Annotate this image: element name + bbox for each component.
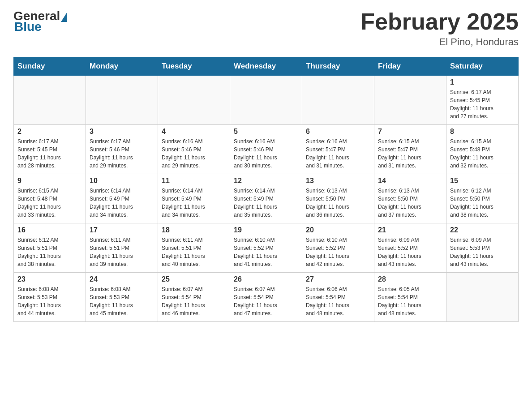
calendar-cell: 25Sunrise: 6:07 AMSunset: 5:54 PMDayligh… xyxy=(158,273,230,322)
calendar-cell: 20Sunrise: 6:10 AMSunset: 5:52 PMDayligh… xyxy=(302,223,374,273)
calendar-cell: 15Sunrise: 6:12 AMSunset: 5:50 PMDayligh… xyxy=(446,174,519,223)
day-info: Sunrise: 6:11 AMSunset: 5:51 PMDaylight:… xyxy=(162,236,226,268)
calendar-cell: 21Sunrise: 6:09 AMSunset: 5:52 PMDayligh… xyxy=(374,223,446,273)
logo-triangle-icon xyxy=(61,12,67,22)
calendar-cell: 23Sunrise: 6:08 AMSunset: 5:53 PMDayligh… xyxy=(14,273,86,322)
calendar-cell: 9Sunrise: 6:15 AMSunset: 5:48 PMDaylight… xyxy=(14,174,86,223)
day-info: Sunrise: 6:12 AMSunset: 5:51 PMDaylight:… xyxy=(17,236,82,268)
day-number: 6 xyxy=(306,128,370,136)
calendar-cell xyxy=(446,273,519,322)
page-title: February 2025 xyxy=(360,9,519,34)
day-number: 14 xyxy=(378,177,442,185)
calendar-cell: 14Sunrise: 6:13 AMSunset: 5:50 PMDayligh… xyxy=(374,174,446,223)
day-info: Sunrise: 6:14 AMSunset: 5:49 PMDaylight:… xyxy=(90,187,154,219)
day-number: 19 xyxy=(234,226,298,234)
day-number: 22 xyxy=(450,226,515,234)
calendar-cell: 22Sunrise: 6:09 AMSunset: 5:53 PMDayligh… xyxy=(446,223,519,273)
day-info: Sunrise: 6:11 AMSunset: 5:51 PMDaylight:… xyxy=(90,236,154,268)
day-number: 8 xyxy=(450,128,515,136)
calendar-cell xyxy=(230,76,302,125)
week-row-2: 2Sunrise: 6:17 AMSunset: 5:45 PMDaylight… xyxy=(14,125,519,174)
day-number: 20 xyxy=(306,226,370,234)
day-number: 5 xyxy=(234,128,298,136)
calendar-cell: 3Sunrise: 6:17 AMSunset: 5:46 PMDaylight… xyxy=(86,125,158,174)
day-info: Sunrise: 6:10 AMSunset: 5:52 PMDaylight:… xyxy=(306,236,370,268)
day-number: 10 xyxy=(90,177,154,185)
calendar-cell xyxy=(86,76,158,125)
day-info: Sunrise: 6:17 AMSunset: 5:46 PMDaylight:… xyxy=(90,137,154,170)
calendar-cell: 6Sunrise: 6:16 AMSunset: 5:47 PMDaylight… xyxy=(302,125,374,174)
week-row-3: 9Sunrise: 6:15 AMSunset: 5:48 PMDaylight… xyxy=(14,174,519,223)
weekday-header-row: SundayMondayTuesdayWednesdayThursdayFrid… xyxy=(14,57,519,76)
day-info: Sunrise: 6:16 AMSunset: 5:47 PMDaylight:… xyxy=(306,137,370,170)
day-number: 17 xyxy=(90,226,154,234)
calendar-cell: 2Sunrise: 6:17 AMSunset: 5:45 PMDaylight… xyxy=(14,125,86,174)
day-number: 21 xyxy=(378,226,442,234)
day-info: Sunrise: 6:13 AMSunset: 5:50 PMDaylight:… xyxy=(306,187,370,219)
day-number: 7 xyxy=(378,128,442,136)
calendar-table: SundayMondayTuesdayWednesdayThursdayFrid… xyxy=(13,57,519,322)
weekday-header-monday: Monday xyxy=(86,57,158,76)
day-info: Sunrise: 6:13 AMSunset: 5:50 PMDaylight:… xyxy=(378,187,442,219)
calendar-cell: 28Sunrise: 6:05 AMSunset: 5:54 PMDayligh… xyxy=(374,273,446,322)
calendar-cell: 5Sunrise: 6:16 AMSunset: 5:46 PMDaylight… xyxy=(230,125,302,174)
day-info: Sunrise: 6:17 AMSunset: 5:45 PMDaylight:… xyxy=(17,137,82,170)
day-info: Sunrise: 6:09 AMSunset: 5:52 PMDaylight:… xyxy=(378,236,442,268)
calendar-cell: 26Sunrise: 6:07 AMSunset: 5:54 PMDayligh… xyxy=(230,273,302,322)
weekday-header-tuesday: Tuesday xyxy=(158,57,230,76)
day-number: 16 xyxy=(17,226,82,234)
day-info: Sunrise: 6:07 AMSunset: 5:54 PMDaylight:… xyxy=(234,285,298,317)
week-row-5: 23Sunrise: 6:08 AMSunset: 5:53 PMDayligh… xyxy=(14,273,519,322)
weekday-header-saturday: Saturday xyxy=(446,57,519,76)
day-info: Sunrise: 6:08 AMSunset: 5:53 PMDaylight:… xyxy=(17,285,82,317)
day-info: Sunrise: 6:17 AMSunset: 5:45 PMDaylight:… xyxy=(450,88,515,120)
day-number: 23 xyxy=(17,275,82,283)
day-info: Sunrise: 6:16 AMSunset: 5:46 PMDaylight:… xyxy=(234,137,298,170)
logo: General Blue xyxy=(13,9,67,34)
day-number: 24 xyxy=(90,275,154,283)
title-section: February 2025 El Pino, Honduras xyxy=(360,9,519,48)
day-info: Sunrise: 6:15 AMSunset: 5:48 PMDaylight:… xyxy=(17,187,82,219)
week-row-4: 16Sunrise: 6:12 AMSunset: 5:51 PMDayligh… xyxy=(14,223,519,273)
day-number: 28 xyxy=(378,275,442,283)
calendar-cell: 13Sunrise: 6:13 AMSunset: 5:50 PMDayligh… xyxy=(302,174,374,223)
day-info: Sunrise: 6:05 AMSunset: 5:54 PMDaylight:… xyxy=(378,285,442,317)
day-info: Sunrise: 6:15 AMSunset: 5:48 PMDaylight:… xyxy=(450,137,515,170)
day-info: Sunrise: 6:16 AMSunset: 5:46 PMDaylight:… xyxy=(162,137,226,170)
calendar-cell: 16Sunrise: 6:12 AMSunset: 5:51 PMDayligh… xyxy=(14,223,86,273)
calendar-header: SundayMondayTuesdayWednesdayThursdayFrid… xyxy=(14,57,519,76)
day-number: 13 xyxy=(306,177,370,185)
day-info: Sunrise: 6:07 AMSunset: 5:54 PMDaylight:… xyxy=(162,285,226,317)
day-number: 9 xyxy=(17,177,82,185)
day-number: 1 xyxy=(450,78,515,86)
calendar-cell: 24Sunrise: 6:08 AMSunset: 5:53 PMDayligh… xyxy=(86,273,158,322)
weekday-header-wednesday: Wednesday xyxy=(230,57,302,76)
day-number: 26 xyxy=(234,275,298,283)
calendar-cell: 18Sunrise: 6:11 AMSunset: 5:51 PMDayligh… xyxy=(158,223,230,273)
calendar-body: 1Sunrise: 6:17 AMSunset: 5:45 PMDaylight… xyxy=(14,76,519,322)
calendar-cell: 1Sunrise: 6:17 AMSunset: 5:45 PMDaylight… xyxy=(446,76,519,125)
day-number: 2 xyxy=(17,128,82,136)
day-info: Sunrise: 6:14 AMSunset: 5:49 PMDaylight:… xyxy=(234,187,298,219)
calendar-cell xyxy=(14,76,86,125)
day-info: Sunrise: 6:12 AMSunset: 5:50 PMDaylight:… xyxy=(450,187,515,219)
day-info: Sunrise: 6:08 AMSunset: 5:53 PMDaylight:… xyxy=(90,285,154,317)
calendar-cell: 10Sunrise: 6:14 AMSunset: 5:49 PMDayligh… xyxy=(86,174,158,223)
day-info: Sunrise: 6:10 AMSunset: 5:52 PMDaylight:… xyxy=(234,236,298,268)
calendar-cell xyxy=(158,76,230,125)
weekday-header-sunday: Sunday xyxy=(14,57,86,76)
day-number: 4 xyxy=(162,128,226,136)
calendar-cell xyxy=(374,76,446,125)
day-number: 25 xyxy=(162,275,226,283)
calendar-cell: 17Sunrise: 6:11 AMSunset: 5:51 PMDayligh… xyxy=(86,223,158,273)
calendar-cell: 8Sunrise: 6:15 AMSunset: 5:48 PMDaylight… xyxy=(446,125,519,174)
calendar-cell: 12Sunrise: 6:14 AMSunset: 5:49 PMDayligh… xyxy=(230,174,302,223)
page-header: General Blue February 2025 El Pino, Hond… xyxy=(13,9,519,48)
logo-blue-text: Blue xyxy=(14,20,42,34)
weekday-header-thursday: Thursday xyxy=(302,57,374,76)
calendar-cell: 7Sunrise: 6:15 AMSunset: 5:47 PMDaylight… xyxy=(374,125,446,174)
day-number: 18 xyxy=(162,226,226,234)
day-info: Sunrise: 6:09 AMSunset: 5:53 PMDaylight:… xyxy=(450,236,515,268)
day-number: 15 xyxy=(450,177,515,185)
calendar-cell: 11Sunrise: 6:14 AMSunset: 5:49 PMDayligh… xyxy=(158,174,230,223)
